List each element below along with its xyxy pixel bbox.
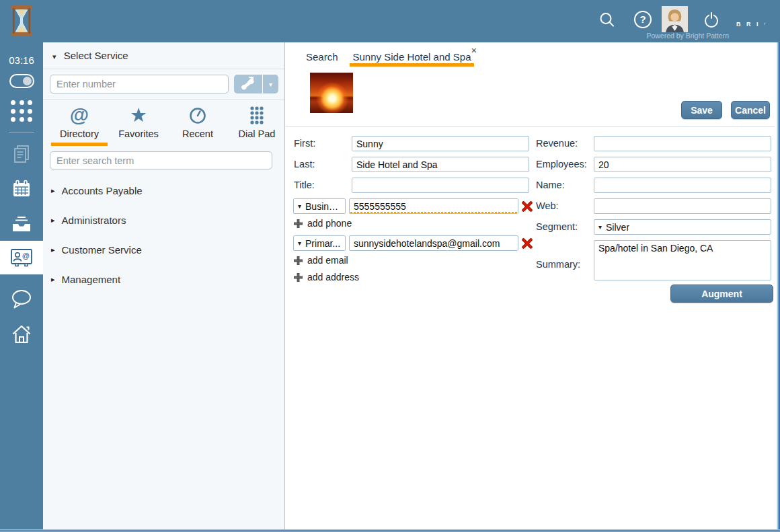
state-timer: 03:16: [0, 54, 43, 66]
last-label: Last:: [294, 157, 315, 172]
directory-list: ▸ Accounts Payable ▸ Administrators ▸ Cu…: [43, 176, 284, 294]
number-input[interactable]: [50, 75, 229, 93]
augment-button[interactable]: Augment: [670, 284, 773, 303]
header-divider: [286, 126, 775, 127]
phone-type-select[interactable]: ▾ Business: [293, 198, 346, 214]
chevron-down-icon: ▾: [298, 202, 301, 210]
spellcheck-underline: [350, 212, 517, 213]
right-window-edge: [777, 42, 780, 532]
delete-phone-icon[interactable]: [522, 201, 533, 212]
triangle-right-icon: ▸: [51, 186, 55, 195]
avatar[interactable]: [662, 6, 688, 32]
sidebar-item-documents[interactable]: [0, 138, 43, 170]
tab-contact-label: Sunny Side Hotel and Spa: [353, 51, 471, 63]
agent-state-hourglass-icon[interactable]: [9, 5, 34, 37]
tab-search[interactable]: Search: [306, 51, 338, 63]
directory-group-administrators[interactable]: ▸ Administrators: [43, 205, 284, 235]
dialpad-icon[interactable]: [11, 100, 33, 122]
email-type-select[interactable]: ▾ Primar...: [293, 235, 346, 251]
revenue-label: Revenue:: [536, 136, 578, 151]
add-address-link[interactable]: add address: [294, 272, 359, 282]
tab-directory[interactable]: @ Directory: [51, 102, 108, 144]
chevron-down-icon: ▾: [298, 239, 301, 247]
tab-contact-active[interactable]: Sunny Side Hotel and Spa ×: [350, 47, 474, 67]
help-icon[interactable]: ?: [634, 11, 652, 28]
topbar: ? B R I · · G H T P A T · T E R N Powere…: [0, 0, 780, 42]
power-icon[interactable]: [702, 11, 721, 30]
toggle-knob: [23, 77, 32, 85]
directory-group-customer-service[interactable]: ▸ Customer Service: [43, 235, 284, 264]
sidebar-item-chat[interactable]: [0, 282, 43, 315]
documents-icon: [11, 144, 32, 164]
tab-recent[interactable]: Recent: [169, 102, 226, 144]
sidebar-item-calendar[interactable]: [0, 173, 43, 205]
web-input[interactable]: [594, 198, 771, 214]
add-email-link[interactable]: add email: [294, 255, 348, 266]
revenue-input[interactable]: [594, 136, 771, 151]
plus-icon: [294, 273, 303, 282]
bright-pattern-logo: B R I · · G H T P A T · T E R N: [736, 6, 772, 110]
web-label: Web:: [536, 198, 559, 214]
at-icon: @: [51, 102, 108, 128]
first-input[interactable]: [352, 136, 529, 151]
employees-label: Employees:: [536, 157, 587, 172]
delete-email-icon[interactable]: [522, 238, 533, 249]
save-button[interactable]: Save: [681, 101, 722, 119]
sidebar: 03:16 @: [0, 42, 43, 532]
star-icon: ★: [110, 102, 167, 128]
tab-favorites[interactable]: ★ Favorites: [110, 102, 167, 144]
tab-dialpad[interactable]: Dial Pad: [229, 102, 285, 144]
bottom-window-edge: [0, 529, 780, 532]
workspace-tabbar: Search Sunny Side Hotel and Spa ×: [286, 47, 780, 71]
plus-icon: [294, 256, 303, 265]
calendar-icon: [11, 179, 32, 199]
name-label: Name:: [536, 178, 565, 193]
email-input[interactable]: [349, 235, 518, 251]
sidebar-item-home[interactable]: [0, 318, 43, 350]
last-input[interactable]: [352, 157, 529, 172]
svg-text:@: @: [22, 252, 30, 260]
select-service-dropdown[interactable]: ▾ Select Service: [43, 42, 284, 69]
plus-icon: [294, 219, 303, 228]
sidebar-item-contacts-active[interactable]: @: [0, 241, 43, 274]
availability-toggle[interactable]: [9, 74, 34, 88]
contact-workspace: Search Sunny Side Hotel and Spa × Save C…: [286, 42, 780, 532]
dial-row: ▾: [43, 69, 284, 100]
powered-by-text: Powered by Bright Pattern: [646, 32, 729, 40]
call-panel: ▾ Select Service ▾ @ Directory: [43, 42, 285, 532]
summary-label: Summary:: [536, 257, 580, 272]
title-input[interactable]: [352, 178, 529, 193]
triangle-right-icon: ▸: [51, 216, 55, 225]
select-service-label: Select Service: [64, 50, 128, 61]
segment-label: Segment:: [536, 219, 578, 235]
first-label: First:: [294, 136, 315, 151]
inbox-icon: [11, 215, 32, 235]
sidebar-item-inbox[interactable]: [0, 208, 43, 241]
name-input[interactable]: [594, 178, 771, 193]
segment-select[interactable]: ▾ Silver: [594, 219, 771, 235]
summary-textarea[interactable]: Spa/hotel in San Diego, CA: [594, 240, 771, 280]
directory-tabbar: @ Directory ★ Favorites Recent: [43, 100, 284, 145]
directory-search-input[interactable]: [50, 151, 272, 169]
directory-group-management[interactable]: ▸ Management: [43, 264, 284, 294]
chevron-down-icon: ▾: [598, 223, 602, 231]
add-phone-link[interactable]: add phone: [294, 218, 352, 229]
directory-group-accounts-payable[interactable]: ▸ Accounts Payable: [43, 176, 284, 205]
chevron-down-icon[interactable]: ▾: [263, 81, 278, 88]
contact-card-icon: @: [10, 248, 33, 267]
contact-photo: [310, 73, 353, 113]
close-icon[interactable]: ×: [471, 45, 477, 56]
triangle-right-icon: ▸: [51, 245, 55, 254]
dialpad-dots-icon: [229, 102, 285, 128]
call-button[interactable]: ▾: [234, 75, 278, 93]
title-label: Title:: [294, 178, 315, 193]
triangle-right-icon: ▸: [51, 275, 55, 284]
chevron-down-icon: ▾: [52, 52, 56, 61]
employees-input[interactable]: [594, 157, 771, 172]
sidebar-divider: [9, 132, 34, 132]
home-icon: [10, 324, 33, 345]
phone-call-icon: [234, 75, 262, 93]
clock-icon: [169, 102, 226, 128]
search-icon[interactable]: [598, 11, 617, 30]
chat-bubble-icon: [10, 289, 33, 309]
